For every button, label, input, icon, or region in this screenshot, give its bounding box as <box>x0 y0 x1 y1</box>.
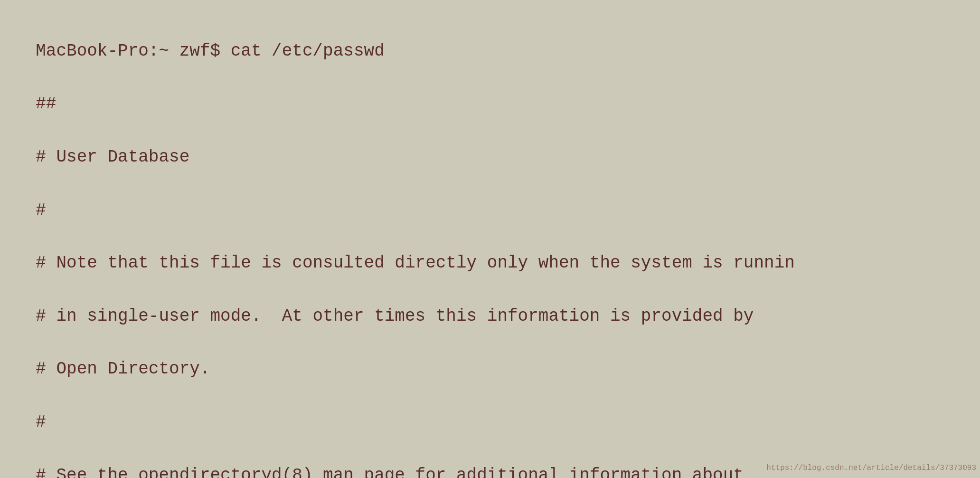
line-8: # See the opendirectoryd(8) man page for… <box>36 466 744 478</box>
line-6: # Open Directory. <box>36 359 210 379</box>
line-5: # in single-user mode. At other times th… <box>36 306 754 326</box>
watermark-text: https://blog.csdn.net/article/details/37… <box>766 462 976 474</box>
line-3: # <box>36 201 46 220</box>
line-2: # User Database <box>36 147 189 167</box>
line-7: # <box>36 412 46 432</box>
terminal-output: MacBook-Pro:~ zwf$ cat /etc/passwd ## # … <box>15 11 965 478</box>
line-1: ## <box>36 94 56 114</box>
line-cmd: MacBook-Pro:~ zwf$ cat /etc/passwd <box>36 41 385 61</box>
line-4: # Note that this file is consulted direc… <box>36 253 795 273</box>
